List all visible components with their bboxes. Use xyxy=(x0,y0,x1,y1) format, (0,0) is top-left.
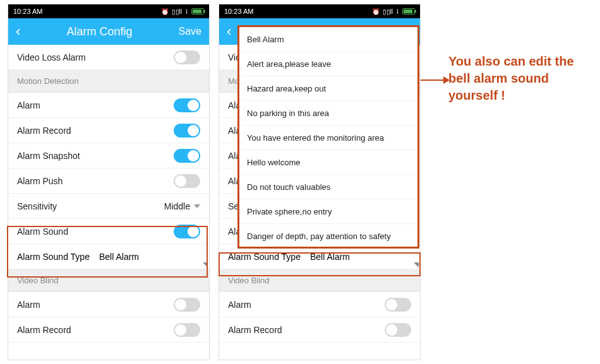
alarm-sound-dropdown[interactable]: Bell Alarm Alert area,please leave Hazar… xyxy=(237,25,419,249)
save-button[interactable]: Save xyxy=(179,26,201,37)
signal-icon: ▯▯ll xyxy=(383,8,393,15)
row-alarm[interactable]: Alarm xyxy=(8,93,209,118)
sensitivity-value: Middle xyxy=(164,201,190,211)
battery-icon xyxy=(191,8,204,15)
arrow-icon xyxy=(421,79,448,81)
toggle-vb-alarm-record[interactable] xyxy=(174,323,200,337)
wifi-icon: ⌇ xyxy=(185,8,188,15)
row-label: Alarm Record xyxy=(17,325,71,335)
battery-icon xyxy=(402,8,415,15)
dropdown-item[interactable]: Do not touch valuables xyxy=(239,175,417,199)
wifi-icon: ⌇ xyxy=(396,8,399,15)
status-time: 10:23 AM xyxy=(224,8,253,15)
row-label: Alarm xyxy=(228,300,251,310)
section-video-blind: Video Blind xyxy=(8,269,209,292)
row-alarm-record[interactable]: Alarm Record xyxy=(8,118,209,143)
row-label: Alarm Record xyxy=(17,126,71,136)
status-bar: 10:23 AM ⏰ ▯▯ll ⌇ xyxy=(8,4,209,18)
dropdown-item[interactable]: No parking in this area xyxy=(239,101,417,126)
row-label: Alarm Push xyxy=(17,176,63,186)
resize-icon xyxy=(203,262,208,267)
row-vb-alarm[interactable]: Alarm xyxy=(8,292,209,317)
signal-icon: ▯▯ll xyxy=(172,8,182,15)
dropdown-item[interactable]: Hello welcome xyxy=(239,150,417,175)
row-label: Alarm Snapshot xyxy=(17,151,80,161)
dropdown-item[interactable]: Private sphere,no entry xyxy=(239,199,417,224)
toggle-alarm-snapshot[interactable] xyxy=(174,149,200,163)
row-label: Video Loss Alarm xyxy=(17,52,86,62)
status-time: 10:23 AM xyxy=(13,8,42,15)
back-icon[interactable]: ‹ xyxy=(16,23,20,40)
row-label: Alarm xyxy=(17,100,40,110)
chevron-down-icon xyxy=(194,204,200,208)
back-icon[interactable]: ‹ xyxy=(227,23,231,40)
toggle-alarm[interactable] xyxy=(174,98,200,112)
row-label: Alarm xyxy=(17,300,40,310)
row-alarm-push[interactable]: Alarm Push xyxy=(8,168,209,194)
sensitivity-select[interactable]: Middle xyxy=(164,201,200,211)
dropdown-item[interactable]: Alert area,please leave xyxy=(239,52,417,76)
row-label: Alarm Sound Type xyxy=(228,252,310,262)
status-icons: ⏰ ▯▯ll ⌇ xyxy=(161,8,204,15)
row-label: Sensitivity xyxy=(17,201,57,211)
row-alarm-sound-type[interactable]: Alarm Sound Type Bell Alarm xyxy=(8,244,209,269)
status-bar: 10:23 AM ⏰ ▯▯ll ⌇ xyxy=(219,4,420,18)
row-vb-alarm-record[interactable]: Alarm Record xyxy=(8,317,209,343)
alarm-sound-type-value: Bell Alarm xyxy=(310,252,411,262)
row-label: Alarm Sound xyxy=(17,226,68,237)
row-vb-alarm-2[interactable]: Alarm xyxy=(219,292,420,317)
status-icons: ⏰ ▯▯ll ⌇ xyxy=(372,8,415,15)
dropdown-item[interactable]: Danger of depth, pay attention to safety xyxy=(239,224,417,249)
alarm-icon: ⏰ xyxy=(161,8,169,15)
row-video-loss-alarm[interactable]: Video Loss Alarm xyxy=(8,45,209,70)
toggle-alarm-push[interactable] xyxy=(174,174,200,188)
toggle-vb-alarm-record-2[interactable] xyxy=(385,323,411,337)
section-motion-detection: Motion Detection xyxy=(8,70,209,93)
toggle-vb-alarm-2[interactable] xyxy=(385,298,411,312)
dropdown-item[interactable]: Hazard area,keep out xyxy=(239,76,417,101)
nav-bar: ‹ Alarm Config Save xyxy=(8,18,209,45)
nav-title: Alarm Config xyxy=(20,25,178,38)
alarm-sound-type-value: Bell Alarm xyxy=(99,252,200,262)
toggle-video-loss[interactable] xyxy=(174,50,200,64)
phone-screen-1: 10:23 AM ⏰ ▯▯ll ⌇ ‹ Alarm Config Save Vi… xyxy=(8,4,210,360)
toggle-alarm-sound[interactable] xyxy=(174,225,200,238)
toggle-alarm-record[interactable] xyxy=(174,124,200,138)
annotation-text: You also can edit the bell alarm sound y… xyxy=(448,53,594,104)
section-video-blind-2: Video Blind xyxy=(219,269,420,292)
row-label: Alarm Sound Type xyxy=(17,252,99,262)
alarm-icon: ⏰ xyxy=(372,8,380,15)
dropdown-item[interactable]: You have entered the monitoring area xyxy=(239,126,417,150)
row-alarm-sound[interactable]: Alarm Sound xyxy=(8,219,209,244)
row-vb-alarm-record-2[interactable]: Alarm Record xyxy=(219,317,420,343)
resize-icon xyxy=(414,262,419,267)
row-alarm-snapshot[interactable]: Alarm Snapshot xyxy=(8,143,209,168)
toggle-vb-alarm[interactable] xyxy=(174,298,200,312)
row-sensitivity[interactable]: Sensitivity Middle xyxy=(8,194,209,219)
row-label: Alarm Record xyxy=(228,325,282,335)
dropdown-item[interactable]: Bell Alarm xyxy=(239,27,417,52)
